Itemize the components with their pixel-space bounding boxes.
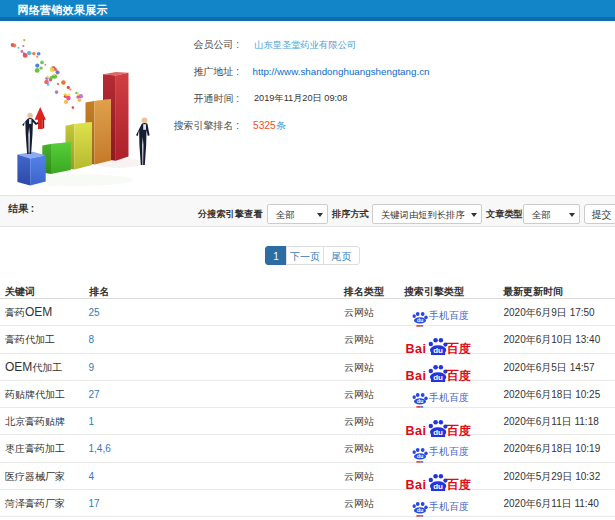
svg-text:du: du [417, 317, 424, 323]
svg-text:du: du [417, 453, 424, 459]
svg-text:du: du [417, 508, 424, 514]
svg-text:du: du [417, 399, 424, 405]
